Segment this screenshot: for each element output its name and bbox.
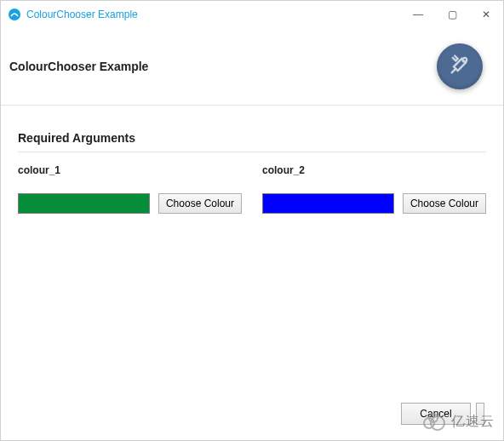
field-colour-2: colour_2 Choose Colour (262, 164, 486, 214)
field-row: Choose Colour (18, 193, 242, 214)
colour-swatch-2[interactable] (262, 193, 394, 214)
field-label: colour_2 (262, 164, 486, 176)
svg-point-0 (9, 9, 20, 20)
close-button[interactable]: ✕ (469, 1, 503, 28)
header: ColourChooser Example (1, 28, 503, 106)
colour-swatch-1[interactable] (18, 193, 150, 214)
window-title: ColourChooser Example (26, 9, 138, 20)
maximize-button[interactable]: ▢ (435, 1, 469, 28)
window-controls: — ▢ ✕ (401, 1, 503, 28)
choose-colour-button-2[interactable]: Choose Colour (403, 193, 486, 214)
svg-point-1 (463, 58, 467, 62)
page-title: ColourChooser Example (9, 60, 148, 73)
field-colour-1: colour_1 Choose Colour (18, 164, 242, 214)
watermark: 亿速云 (421, 408, 495, 435)
minimize-button[interactable]: — (401, 1, 435, 28)
section-title: Required Arguments (18, 131, 486, 152)
wrench-screwdriver-icon (448, 53, 472, 80)
choose-colour-button-1[interactable]: Choose Colour (158, 193, 242, 214)
field-row: Choose Colour (262, 193, 486, 214)
fields: colour_1 Choose Colour colour_2 Choose C… (18, 164, 486, 214)
app-icon (8, 8, 21, 21)
cloud-icon (421, 408, 448, 435)
field-label: colour_1 (18, 164, 242, 176)
content: Required Arguments colour_1 Choose Colou… (1, 106, 503, 214)
watermark-text: 亿速云 (451, 413, 495, 431)
settings-button[interactable] (437, 43, 483, 89)
titlebar: ColourChooser Example — ▢ ✕ (1, 1, 503, 28)
